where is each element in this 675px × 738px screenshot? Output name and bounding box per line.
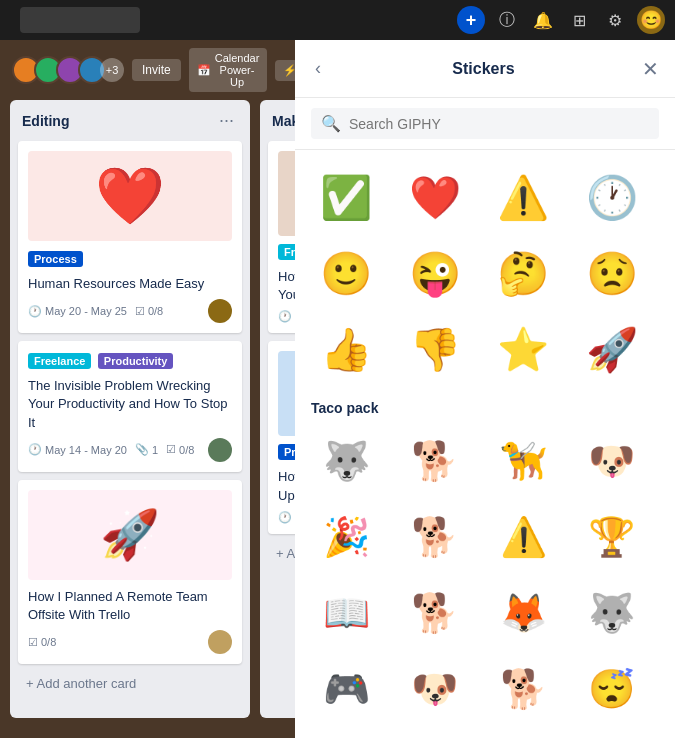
column-header-editing: Editing ··· xyxy=(18,108,242,133)
stickers-content: ✅ ❤️ ⚠️ 🕐 🙂 😜 🤔 😟 👍 👎 ⭐ 🚀 Taco pack 🐺 🐕 … xyxy=(295,150,675,738)
card-status-update[interactable]: 💤 ⏳ Process How To Give Your Status Upda… xyxy=(268,341,295,533)
card-image-rocket: 🚀 xyxy=(28,490,232,580)
stickers-back-button[interactable]: ‹ xyxy=(311,54,325,83)
taco-sticker-1[interactable]: 🐺 xyxy=(311,426,381,496)
card-remote-team[interactable]: 🚀 How I Planned A Remote Team Offsite Wi… xyxy=(18,480,242,664)
card-date: 🕐 May 20 - May 25 xyxy=(28,305,127,318)
heart-icon: ❤️ xyxy=(95,163,165,229)
stickers-search-area: 🔍 xyxy=(295,98,675,150)
stickers-title: Stickers xyxy=(452,60,514,78)
stickers-header: ‹ Stickers ✕ xyxy=(295,40,675,98)
taco-sticker-7[interactable]: ⚠️ xyxy=(488,502,558,572)
stickers-panel: ‹ Stickers ✕ 🔍 ✅ ❤️ ⚠️ 🕐 🙂 😜 🤔 😟 👍 👎 ⭐ 🚀… xyxy=(295,40,675,738)
automation-button[interactable]: ⚡ Automation xyxy=(275,60,295,81)
card-title-status-update: How To Give Your Status Update xyxy=(278,468,295,504)
taco-pack-label: Taco pack xyxy=(311,400,659,416)
taco-sticker-9[interactable]: 📖 xyxy=(311,578,381,648)
taco-sticker-15[interactable]: 🐕 xyxy=(488,654,558,724)
card-image-desk: 🖥️ xyxy=(278,151,295,236)
card-meta-invisible-problem: 🕐 May 14 - May 20 📎 1 ☑ 0/8 xyxy=(28,438,232,462)
clock-icon-status: 🕐 xyxy=(278,511,292,524)
grid-icon[interactable]: ⊞ xyxy=(565,6,593,34)
column-title-editing: Editing xyxy=(22,113,69,129)
taco-sticker-5[interactable]: 🎉 xyxy=(311,502,381,572)
taco-sticker-4[interactable]: 🐶 xyxy=(577,426,647,496)
column-editing: Editing ··· ❤️ Process Human Resources M… xyxy=(10,100,250,718)
taco-sticker-14[interactable]: 🐶 xyxy=(400,654,470,724)
extra-member-count[interactable]: +3 xyxy=(100,58,124,82)
taco-sticker-grid: 🐺 🐕 🦮 🐶 🎉 🐕 ⚠️ 🏆 📖 🐕 🦊 🐺 🎮 🐶 🐕 😴 xyxy=(311,426,659,724)
rocket-icon: 🚀 xyxy=(100,507,160,563)
clock-icon-env: 🕐 xyxy=(278,310,292,323)
card-assignee-avatar-3 xyxy=(208,630,232,654)
taco-sticker-11[interactable]: 🦊 xyxy=(488,578,558,648)
card-meta-environment: 🕐 May 17 - May 18 ☑ 1/8 xyxy=(278,310,295,323)
tag-process-2: Process xyxy=(278,444,295,460)
sticker-smile[interactable]: 🙂 xyxy=(311,238,381,308)
sticker-warning[interactable]: ⚠️ xyxy=(488,162,558,232)
taco-sticker-8[interactable]: 🏆 xyxy=(577,502,647,572)
card-date-2: 🕐 May 14 - May 20 xyxy=(28,443,127,456)
sticker-heart[interactable]: ❤️ xyxy=(400,162,470,232)
attachment-icon: 📎 xyxy=(135,443,149,456)
column-title-making-graphics: Making Graphics xyxy=(272,113,295,129)
search-giphy-input[interactable] xyxy=(349,116,649,132)
add-button[interactable]: + xyxy=(457,6,485,34)
calendar-icon: 📅 xyxy=(197,64,211,77)
taco-sticker-13[interactable]: 🎮 xyxy=(311,654,381,724)
search-icon: 🔍 xyxy=(321,114,341,133)
bell-icon[interactable]: 🔔 xyxy=(529,6,557,34)
column-header-making-graphics: Making Graphics ··· xyxy=(268,108,295,133)
card-checklist-2: ☑ 0/8 xyxy=(166,443,194,456)
sticker-checkmark[interactable]: ✅ xyxy=(311,162,381,232)
invite-button[interactable]: Invite xyxy=(132,59,181,81)
board-columns: Editing ··· ❤️ Process Human Resources M… xyxy=(0,100,295,718)
sticker-star[interactable]: ⭐ xyxy=(488,314,558,384)
tag-freelance: Freelance xyxy=(28,353,91,369)
checklist-icon: ☑ xyxy=(135,305,145,318)
card-title-invisible-problem: The Invisible Problem Wrecking Your Prod… xyxy=(28,377,232,432)
taco-sticker-3[interactable]: 🦮 xyxy=(488,426,558,496)
info-icon[interactable]: ⓘ xyxy=(493,6,521,34)
card-environment[interactable]: 🖥️ Freelance Pro... How Your Environ...Y… xyxy=(268,141,295,333)
taco-sticker-16[interactable]: 😴 xyxy=(577,654,647,724)
board-area: +3 Invite 📅 Calendar Power-Up ⚡ Automati… xyxy=(0,40,295,738)
column-menu-editing[interactable]: ··· xyxy=(215,110,238,131)
stickers-close-button[interactable]: ✕ xyxy=(642,57,659,81)
card-meta-remote-team: ☑ 0/8 xyxy=(28,630,232,654)
lightning-icon: ⚡ xyxy=(283,64,295,77)
card-title-human-resources: Human Resources Made Easy xyxy=(28,275,232,293)
sticker-clock[interactable]: 🕐 xyxy=(577,162,647,232)
user-avatar[interactable]: 😊 xyxy=(637,6,665,34)
tag-freelance-2: Freelance xyxy=(278,244,295,260)
card-invisible-problem[interactable]: Freelance Productivity The Invisible Pro… xyxy=(18,341,242,472)
taco-sticker-2[interactable]: 🐕 xyxy=(400,426,470,496)
card-date-status: 🕐 May 13 - May 15 xyxy=(278,511,295,524)
taco-sticker-10[interactable]: 🐕 xyxy=(400,578,470,648)
board-search-input[interactable] xyxy=(20,7,140,33)
taco-sticker-12[interactable]: 🐺 xyxy=(577,578,647,648)
sticker-rocket[interactable]: 🚀 xyxy=(577,314,647,384)
card-image-zzz: 💤 ⏳ xyxy=(278,351,295,436)
calendar-power-up-button[interactable]: 📅 Calendar Power-Up xyxy=(189,48,268,92)
tag-productivity: Productivity xyxy=(98,353,174,369)
sticker-thumbsdown[interactable]: 👎 xyxy=(400,314,470,384)
clock-icon: 🕐 xyxy=(28,305,42,318)
search-input-wrap: 🔍 xyxy=(311,108,659,139)
card-image-heart: ❤️ xyxy=(28,151,232,241)
checklist-icon-3: ☑ xyxy=(28,636,38,649)
taco-sticker-6[interactable]: 🐕 xyxy=(400,502,470,572)
sticker-silly[interactable]: 😜 xyxy=(400,238,470,308)
card-checklist: ☑ 0/8 xyxy=(135,305,163,318)
card-checklist-3: ☑ 0/8 xyxy=(28,636,56,649)
add-card-button-editing[interactable]: + Add another card xyxy=(18,672,242,695)
card-date-env: 🕐 May 17 - May 18 xyxy=(278,310,295,323)
card-human-resources[interactable]: ❤️ Process Human Resources Made Easy 🕐 M… xyxy=(18,141,242,333)
gear-icon[interactable]: ⚙ xyxy=(601,6,629,34)
sticker-thinking[interactable]: 🤔 xyxy=(488,238,558,308)
add-card-button-graphics[interactable]: + Add another c... xyxy=(268,542,295,565)
sticker-sad[interactable]: 😟 xyxy=(577,238,647,308)
sticker-thumbsup[interactable]: 👍 xyxy=(311,314,381,384)
card-meta-human-resources: 🕐 May 20 - May 25 ☑ 0/8 xyxy=(28,299,232,323)
board-sub-nav: +3 Invite 📅 Calendar Power-Up ⚡ Automati… xyxy=(0,40,295,100)
